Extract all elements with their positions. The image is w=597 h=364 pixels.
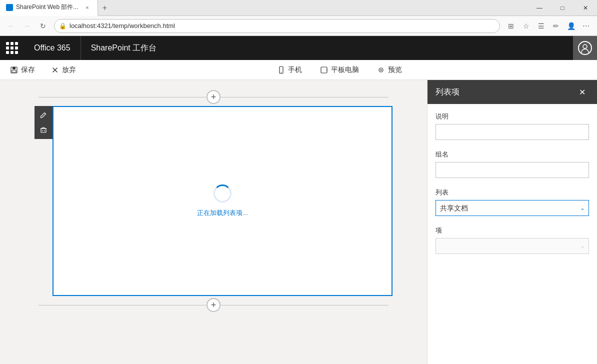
browser-toolbar: ← → ↻ 🔒 ⊞ ☆ ☰ ✏ 👤 ⋯ bbox=[0, 16, 597, 36]
web-part-wrap: 正在加载列表项... bbox=[34, 106, 392, 296]
more-button[interactable]: ⋯ bbox=[579, 19, 593, 33]
item-field-group: 项 ⌄ bbox=[436, 226, 589, 254]
svg-rect-3 bbox=[12, 70, 16, 72]
waffle-dot bbox=[6, 42, 9, 45]
lock-icon: 🔒 bbox=[59, 22, 66, 30]
maximize-button[interactable]: □ bbox=[551, 0, 574, 16]
svg-point-7 bbox=[326, 70, 327, 70]
waffle-dot bbox=[10, 42, 14, 45]
panel-title: 列表项 bbox=[436, 87, 460, 98]
waffle-dot bbox=[10, 46, 14, 50]
description-label: 说明 bbox=[436, 112, 589, 121]
settings-button[interactable]: ☰ bbox=[534, 19, 548, 33]
item-select[interactable] bbox=[436, 238, 589, 254]
svg-point-9 bbox=[380, 69, 382, 70]
waffle-icon bbox=[6, 42, 18, 54]
list-select-wrap: 共享文档 ⌄ bbox=[436, 200, 589, 216]
svg-point-0 bbox=[583, 44, 587, 48]
add-zone-bottom: + bbox=[38, 298, 388, 312]
toolbar-right-buttons: ⊞ ☆ ☰ ✏ 👤 ⋯ bbox=[504, 19, 593, 33]
item-select-wrap: ⌄ bbox=[436, 238, 589, 254]
tablet-view-button[interactable]: 平板电脑 bbox=[316, 64, 363, 76]
list-label: 列表 bbox=[436, 188, 589, 197]
user-profile-button[interactable] bbox=[573, 36, 597, 60]
save-label: 保存 bbox=[21, 66, 35, 74]
mobile-icon bbox=[277, 66, 285, 74]
waffle-dot bbox=[6, 51, 9, 54]
item-label: 项 bbox=[436, 226, 589, 235]
web-part-toolbar bbox=[34, 106, 52, 139]
waffle-dot bbox=[15, 51, 18, 54]
toolbar-center-views: 手机 平板电脑 预览 bbox=[273, 64, 406, 76]
add-webpart-bottom-button[interactable]: + bbox=[206, 298, 220, 312]
tablet-label: 平板电脑 bbox=[331, 66, 359, 74]
trash-icon bbox=[40, 126, 47, 134]
groupname-input[interactable] bbox=[436, 162, 589, 178]
waffle-menu-button[interactable] bbox=[0, 36, 24, 60]
web-part-content-box: 正在加载列表项... bbox=[52, 106, 392, 296]
list-field-group: 列表 共享文档 ⌄ bbox=[436, 188, 589, 216]
address-input[interactable] bbox=[54, 19, 500, 33]
description-field-group: 说明 bbox=[436, 112, 589, 140]
app-title: SharePoint 工作台 bbox=[81, 43, 167, 54]
user-button[interactable]: 👤 bbox=[564, 19, 578, 33]
tab-title: SharePoint Web 部件... bbox=[16, 3, 78, 12]
panel-body: 说明 组名 列表 共享文档 ⌄ 项 bbox=[428, 104, 597, 364]
panel-header: 列表项 ✕ bbox=[428, 80, 597, 104]
right-panel: 列表项 ✕ 说明 组名 列表 共享文档 ⌄ bbox=[427, 80, 597, 364]
canvas-area: + bbox=[0, 80, 427, 364]
tab-close-btn[interactable]: × bbox=[84, 4, 92, 12]
browser-tools-button[interactable]: ✏ bbox=[549, 19, 563, 33]
svg-rect-2 bbox=[12, 67, 16, 70]
waffle-dot bbox=[10, 51, 14, 54]
forward-button[interactable]: → bbox=[20, 19, 34, 33]
svg-point-5 bbox=[281, 72, 282, 73]
mobile-view-button[interactable]: 手机 bbox=[273, 64, 306, 76]
preview-button[interactable]: 预览 bbox=[373, 64, 406, 76]
svg-rect-6 bbox=[321, 67, 327, 73]
edit-webpart-button[interactable] bbox=[36, 108, 50, 122]
groupname-field-group: 组名 bbox=[436, 150, 589, 178]
main-area: + bbox=[0, 80, 597, 364]
tab-favicon bbox=[6, 4, 13, 11]
discard-label: 放弃 bbox=[62, 66, 76, 74]
save-icon bbox=[10, 66, 18, 74]
loading-text: 正在加载列表项... bbox=[197, 208, 248, 218]
reading-view-button[interactable]: ⊞ bbox=[504, 19, 518, 33]
waffle-dot bbox=[15, 42, 18, 45]
waffle-dot bbox=[6, 46, 9, 50]
loading-spinner bbox=[214, 184, 232, 202]
close-button[interactable]: ✕ bbox=[574, 0, 597, 16]
app-logo[interactable]: Office 365 bbox=[24, 36, 81, 60]
add-webpart-top-button[interactable]: + bbox=[206, 90, 220, 104]
add-zone-top: + bbox=[38, 90, 388, 104]
browser-tab-active[interactable]: SharePoint Web 部件... × bbox=[0, 0, 98, 16]
add-zone-line bbox=[38, 305, 206, 306]
svg-rect-10 bbox=[41, 128, 46, 132]
add-zone-line bbox=[220, 305, 388, 306]
preview-icon bbox=[377, 66, 385, 74]
discard-button[interactable]: 放弃 bbox=[47, 64, 80, 76]
browser-tabs-bar: SharePoint Web 部件... × + — □ ✕ bbox=[0, 0, 597, 16]
add-zone-line bbox=[220, 97, 388, 98]
list-select[interactable]: 共享文档 bbox=[436, 200, 589, 216]
mobile-label: 手机 bbox=[288, 66, 302, 74]
delete-webpart-button[interactable] bbox=[36, 123, 50, 137]
bookmark-button[interactable]: ☆ bbox=[519, 19, 533, 33]
app-header: Office 365 SharePoint 工作台 bbox=[0, 36, 597, 60]
refresh-button[interactable]: ↻ bbox=[36, 19, 50, 33]
groupname-label: 组名 bbox=[436, 150, 589, 159]
save-button[interactable]: 保存 bbox=[6, 64, 39, 76]
minimize-button[interactable]: — bbox=[528, 0, 551, 16]
waffle-dot bbox=[15, 46, 18, 50]
edit-icon bbox=[40, 112, 47, 118]
address-bar-wrap: 🔒 bbox=[54, 19, 500, 33]
back-button[interactable]: ← bbox=[4, 19, 18, 33]
description-input[interactable] bbox=[436, 124, 589, 140]
new-tab-button[interactable]: + bbox=[98, 1, 112, 15]
user-avatar-icon bbox=[578, 41, 592, 55]
panel-close-button[interactable]: ✕ bbox=[575, 85, 589, 99]
workbench-toolbar: 保存 放弃 手机 平板电脑 预览 bbox=[0, 60, 597, 80]
discard-icon bbox=[51, 66, 59, 74]
tablet-icon bbox=[320, 66, 328, 74]
